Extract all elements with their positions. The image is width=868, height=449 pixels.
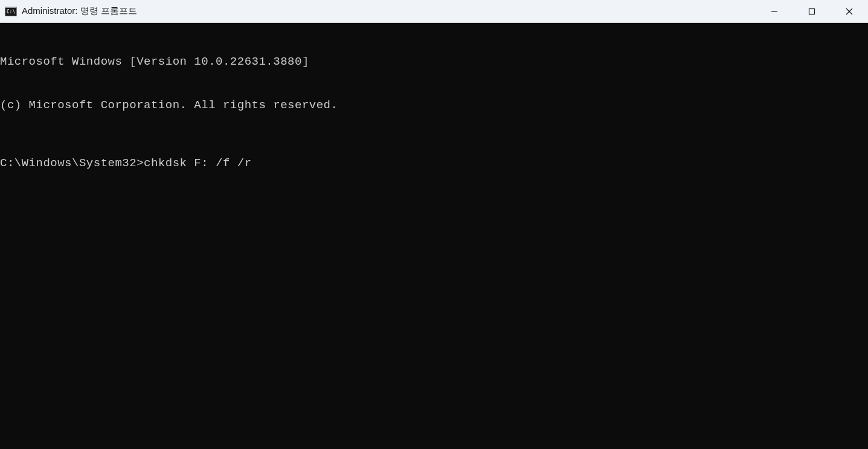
prompt-path: C:\Windows\System32> [0, 157, 144, 170]
maximize-button[interactable] [793, 0, 831, 22]
window-titlebar: C:\ Administrator: 명령 프롬프트 [0, 0, 868, 23]
cmd-icon: C:\ [5, 7, 17, 16]
maximize-icon [808, 8, 815, 15]
svg-rect-1 [809, 8, 815, 14]
output-line-copyright: (c) Microsoft Corporation. All rights re… [0, 98, 868, 112]
output-line-version: Microsoft Windows [Version 10.0.22631.38… [0, 54, 868, 69]
minimize-icon [771, 8, 778, 15]
prompt-line: C:\Windows\System32>chkdsk F: /f /r [0, 156, 868, 170]
terminal-area[interactable]: Microsoft Windows [Version 10.0.22631.38… [0, 23, 868, 449]
close-icon [846, 8, 853, 15]
close-button[interactable] [831, 0, 868, 22]
window-title: Administrator: 명령 프롬프트 [22, 5, 137, 17]
titlebar-controls [756, 0, 868, 22]
minimize-button[interactable] [756, 0, 793, 22]
titlebar-left: C:\ Administrator: 명령 프롬프트 [0, 5, 137, 17]
command-input[interactable]: chkdsk F: /f /r [144, 157, 252, 170]
